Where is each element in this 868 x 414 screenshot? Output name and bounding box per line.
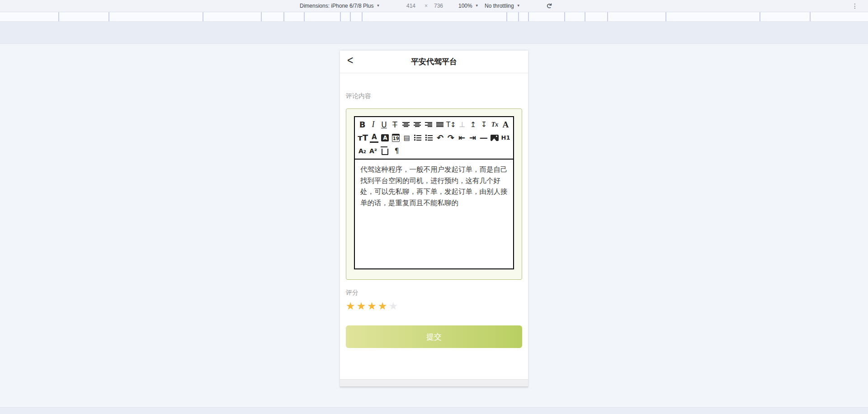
vertical-align-icon[interactable]: ⊥	[458, 119, 467, 131]
image-icon[interactable]	[491, 135, 499, 141]
align-left-icon[interactable]	[402, 122, 410, 127]
breakpoint-tick	[665, 12, 666, 21]
breakpoint-tick	[362, 12, 363, 21]
breakpoint-tick	[810, 12, 811, 21]
device-selector[interactable]: Dimensions: iPhone 6/7/8 Plus ▼	[300, 0, 380, 12]
outdent-icon[interactable]: ⇤	[458, 132, 466, 144]
page-title: 平安代驾平台	[411, 56, 457, 67]
rich-text-editor: BIUTT↕⊥↥↧TxA ᴛTAA19▤↶↷⇤⇥—H1 A₂A²¶ 代驾这种程序…	[354, 116, 514, 269]
font-color-icon[interactable]: A	[370, 133, 378, 143]
more-options-icon[interactable]: ⋮	[852, 0, 858, 12]
device-selector-label: Dimensions: iPhone 6/7/8 Plus	[300, 3, 373, 9]
strikethrough-icon[interactable]: T	[391, 119, 399, 131]
rating-stars: ★★★★★	[346, 301, 522, 311]
breakpoint-tick	[203, 12, 203, 21]
back-icon[interactable]: <	[347, 54, 353, 66]
underline-icon[interactable]: U	[380, 119, 388, 131]
viewport-bottom-band	[0, 407, 868, 414]
unordered-list-icon[interactable]	[425, 135, 433, 141]
chevron-down-icon: ▼	[475, 4, 479, 8]
align-center-icon[interactable]	[414, 122, 421, 127]
bold-icon[interactable]: B	[358, 119, 367, 131]
date-icon[interactable]: 19	[392, 134, 400, 142]
redo-icon[interactable]: ↷	[447, 132, 455, 144]
breakpoint-tick	[506, 12, 507, 21]
app-footer	[340, 379, 528, 387]
zoom-value: 100%	[458, 3, 472, 9]
font-family-icon[interactable]: A	[501, 119, 510, 131]
horizontal-rule-icon[interactable]: —	[479, 132, 488, 144]
media-query-ruler	[0, 12, 868, 22]
breakpoint-tick	[304, 12, 305, 21]
spacing-before-icon[interactable]: ↥	[469, 119, 477, 131]
throttling-value: No throttling	[485, 3, 514, 9]
italic-icon[interactable]: I	[369, 119, 377, 131]
h1-icon[interactable]: H1	[501, 132, 510, 144]
star-5-icon[interactable]: ★	[389, 301, 398, 311]
rating-label: 评分	[346, 289, 522, 297]
breakpoint-tick	[350, 12, 351, 21]
star-3-icon[interactable]: ★	[367, 301, 377, 311]
viewport-width-field[interactable]: 414	[406, 0, 415, 12]
comment-label: 评论内容	[346, 92, 522, 100]
device-viewport: < 平安代驾平台 评论内容 BIUTT↕⊥↥↧TxA ᴛTAA19▤↶↷⇤⇥—H…	[340, 51, 528, 387]
clear-format-icon[interactable]: Tx	[491, 119, 499, 131]
align-right-icon[interactable]	[425, 122, 432, 127]
editor-content[interactable]: 代驾这种程序，一般不用户发起订单，而是自己找到平台空闲的司机，进行预约，这有几个…	[355, 160, 513, 213]
viewport-top-band	[0, 22, 868, 44]
star-2-icon[interactable]: ★	[357, 301, 366, 311]
undo-icon[interactable]: ↶	[436, 132, 444, 144]
toolbar-row-1: BIUTT↕⊥↥↧TxA	[358, 118, 510, 131]
trash-icon[interactable]	[382, 149, 388, 155]
breakpoint-tick	[340, 12, 341, 21]
chevron-down-icon: ▼	[517, 4, 520, 8]
breakpoint-tick	[518, 12, 519, 21]
viewport-height-field[interactable]: 736	[434, 0, 443, 12]
align-justify-icon[interactable]	[436, 122, 443, 127]
toolbar-row-3: A₂A²¶	[358, 144, 510, 157]
zoom-selector[interactable]: 100% ▼	[458, 0, 479, 12]
breakpoint-tick	[528, 12, 529, 21]
toolbar-row-2: ᴛTAA19▤↶↷⇤⇥—H1	[358, 131, 510, 144]
breakpoint-tick	[585, 12, 585, 21]
text-height-icon[interactable]: T↕	[447, 119, 456, 131]
breakpoint-tick	[283, 12, 284, 21]
ordered-list-icon[interactable]	[414, 135, 421, 141]
devtools-device-toolbar: Dimensions: iPhone 6/7/8 Plus ▼ 414 × 73…	[0, 0, 868, 12]
breakpoint-tick	[108, 12, 109, 21]
chevron-down-icon: ▼	[376, 4, 380, 8]
app-header: < 平安代驾平台	[340, 51, 528, 73]
clipboard-icon[interactable]: ▤	[402, 132, 411, 144]
breakpoint-tick	[261, 12, 262, 21]
breakpoint-tick	[760, 12, 760, 21]
background-color-icon[interactable]: A	[381, 134, 389, 141]
editor-toolbar: BIUTT↕⊥↥↧TxA ᴛTAA19▤↶↷⇤⇥—H1 A₂A²¶	[355, 117, 513, 160]
star-1-icon[interactable]: ★	[346, 301, 355, 311]
rotate-viewport-icon[interactable]: ↻	[543, 3, 555, 9]
submit-button[interactable]: 提交	[346, 325, 522, 348]
dimensions-multiply-sign: ×	[425, 0, 428, 12]
editor-wrapper: BIUTT↕⊥↥↧TxA ᴛTAA19▤↶↷⇤⇥—H1 A₂A²¶ 代驾这种程序…	[346, 108, 522, 280]
breakpoint-tick	[564, 12, 565, 21]
indent-icon[interactable]: ⇥	[468, 132, 477, 144]
breakpoint-tick	[58, 12, 59, 21]
breakpoint-tick	[607, 12, 608, 21]
spacing-after-icon[interactable]: ↧	[480, 119, 488, 131]
superscript-icon[interactable]: A²	[369, 145, 377, 157]
page-content: 评论内容 BIUTT↕⊥↥↧TxA ᴛTAA19▤↶↷⇤⇥—H1 A₂A²¶ 代…	[340, 92, 528, 348]
subscript-icon[interactable]: A₂	[358, 145, 367, 157]
throttling-selector[interactable]: No throttling ▼	[485, 0, 520, 12]
star-4-icon[interactable]: ★	[378, 301, 387, 311]
font-size-icon[interactable]: ᴛT	[358, 132, 368, 144]
paragraph-icon[interactable]: ¶	[392, 145, 401, 157]
